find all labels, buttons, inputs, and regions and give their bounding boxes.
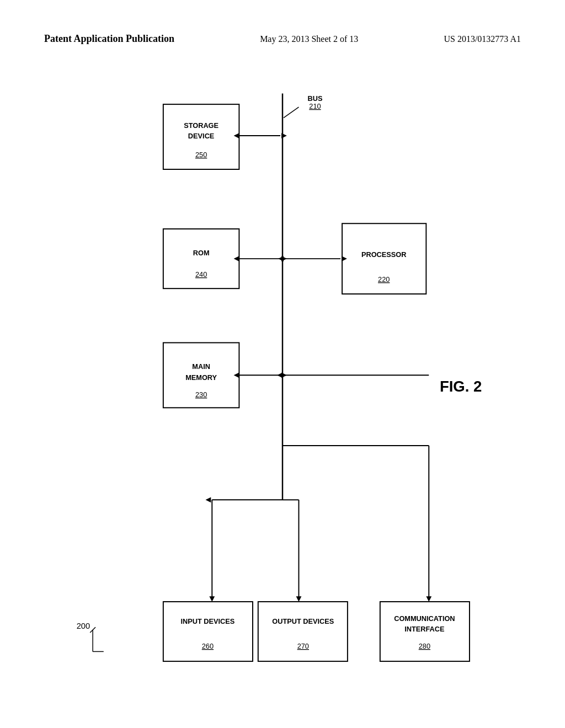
svg-rect-32 (163, 602, 253, 661)
publication-label: Patent Application Publication (44, 33, 174, 45)
fig-label: FIG. 2 (440, 378, 482, 395)
main-memory-label-2: MEMORY (185, 373, 217, 382)
diagram-container: BUS 210 STORAGE DEVICE 250 ROM 240 PROCE… (44, 77, 521, 695)
storage-label-1: STORAGE (184, 121, 218, 130)
comm-ref: 280 (419, 642, 430, 650)
bus-label: BUS (307, 94, 322, 103)
svg-marker-12 (278, 256, 284, 261)
svg-line-1 (284, 107, 299, 118)
svg-marker-23 (205, 497, 211, 502)
rom-label: ROM (193, 249, 210, 257)
sheet-info: May 23, 2013 Sheet 2 of 13 (260, 34, 358, 44)
processor-label: PROCESSOR (361, 250, 407, 259)
page-header: Patent Application Publication May 23, 2… (0, 33, 565, 45)
system-ref: 200 (77, 622, 90, 630)
output-ref: 270 (297, 642, 309, 650)
svg-marker-5 (281, 133, 287, 138)
svg-marker-20 (426, 596, 431, 602)
svg-rect-33 (258, 602, 348, 661)
svg-marker-25 (209, 596, 215, 602)
comm-label-1: COMMUNICATION (394, 614, 455, 623)
processor-ref: 220 (378, 275, 390, 283)
storage-label-2: DEVICE (188, 132, 215, 140)
svg-marker-28 (296, 596, 302, 602)
comm-label-2: INTERFACE (404, 625, 445, 633)
bus-ref: 210 (309, 102, 321, 110)
patent-diagram: BUS 210 STORAGE DEVICE 250 ROM 240 PROCE… (44, 77, 521, 695)
main-memory-ref: 230 (195, 390, 207, 399)
output-label-1: OUTPUT DEVICES (272, 617, 334, 625)
svg-marker-31 (277, 372, 282, 378)
patent-number: US 2013/0132773 A1 (444, 34, 521, 44)
input-label-1: INPUT DEVICES (180, 617, 234, 625)
storage-ref: 250 (195, 151, 207, 159)
main-memory-label-1: MAIN (192, 362, 210, 371)
svg-rect-6 (163, 229, 239, 288)
input-ref: 260 (202, 642, 214, 650)
rom-ref: 240 (195, 270, 207, 279)
